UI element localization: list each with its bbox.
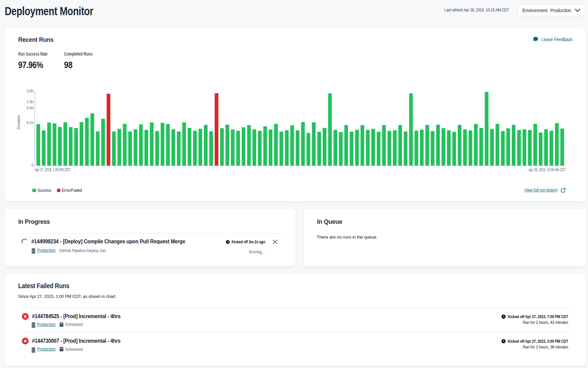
svg-text:3.0h: 3.0h: [27, 89, 34, 93]
svg-text:Apr 27, 2023, 1:00 PM CDT: Apr 27, 2023, 1:00 PM CDT: [35, 167, 70, 172]
svg-text:0.1h: 0.1h: [27, 121, 34, 125]
svg-text:Apr 28, 2023, 10:00 AM CDT: Apr 28, 2023, 10:00 AM CDT: [529, 167, 566, 172]
svg-text:1.0h: 1.0h: [27, 100, 34, 104]
svg-text:Duration: Duration: [17, 115, 21, 129]
svg-text:0.5h: 0.5h: [27, 106, 34, 110]
svg-text:0: 0: [32, 163, 34, 167]
